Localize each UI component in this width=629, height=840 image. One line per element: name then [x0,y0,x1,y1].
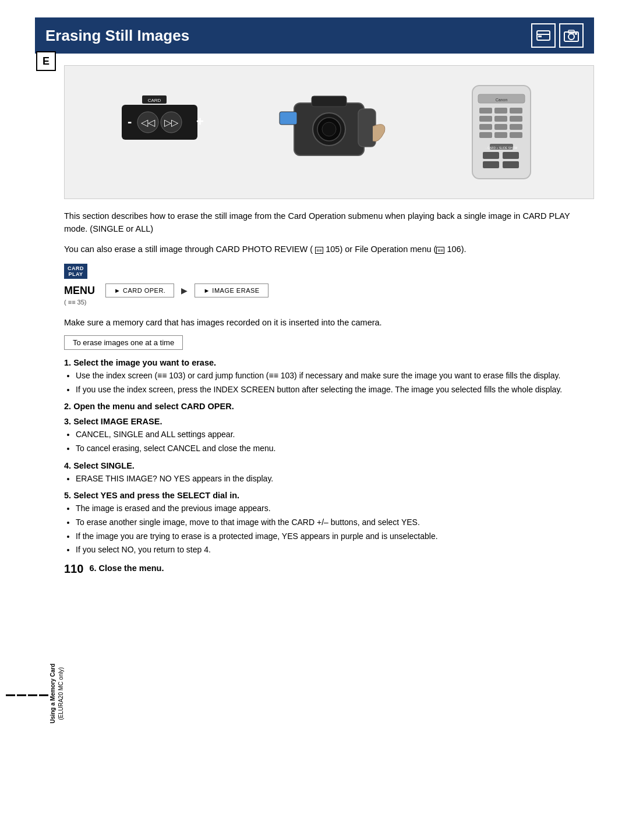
svg-text:▷▷: ▷▷ [164,118,179,127]
step-3: 3. Select IMAGE ERASE. CANCEL, SINGLE an… [64,417,594,455]
svg-text:-: - [128,114,132,129]
card-control-svg: CARD - ◁◁ ▷▷ + [110,94,215,170]
menu-label: MENU [64,285,95,297]
step-5-title: 5. Select YES and press the SELECT dial … [64,491,594,500]
diagram-area: CARD - ◁◁ ▷▷ + [64,65,594,199]
svg-rect-30 [494,116,507,122]
camcorder-svg [271,80,399,185]
list-item: The image is erased and the previous ima… [76,502,594,515]
svg-rect-26 [479,108,492,114]
svg-rect-2 [538,36,542,37]
page-title: Erasing Still Images [45,27,189,45]
e-badge: E [36,51,56,71]
side-line-1 [6,694,15,696]
list-item: CANCEL, SINGLE and ALL settings appear. [76,428,594,441]
svg-rect-28 [510,108,522,114]
book-ref-2: ≡≡ 106 [436,244,461,254]
svg-rect-29 [479,116,492,122]
menu-box-card-oper: ► CARD OPER. [105,283,174,297]
svg-rect-36 [494,132,507,138]
step-3-bullets: CANCEL, SINGLE and ALL settings appear. … [76,428,594,455]
list-item: Use the index screen (≡≡ 103) or card ju… [76,370,594,382]
step-2: 2. Open the menu and select CARD OPER. [64,402,594,411]
side-label: Using a Memory Card (ELURA20 MC only) [6,664,65,724]
svg-rect-41 [503,152,519,159]
svg-text:- CARD +  SLIDE SHOW: - CARD + SLIDE SHOW [486,146,518,150]
svg-rect-31 [510,116,522,122]
side-line-3 [28,694,37,696]
page-number: 110 [64,562,83,576]
step-5: 5. Select YES and press the SELECT dial … [64,491,594,557]
svg-rect-9 [122,105,197,140]
svg-point-19 [322,122,336,136]
side-label-text-2: (ELURA20 MC only) [58,667,65,720]
side-label-lines [6,694,48,696]
svg-rect-34 [510,124,522,130]
list-item: To cancel erasing, select CANCEL and clo… [76,442,594,455]
side-line-2 [17,694,26,696]
svg-text:Canon: Canon [496,98,508,102]
svg-text:◁◁: ◁◁ [141,118,156,127]
menu-box-image-erase: ► IMAGE ERASE [195,283,268,297]
erase-note-box: To erase images one at a time [64,335,183,350]
step-5-bullets: The image is erased and the previous ima… [76,502,594,557]
step-4-title: 4. Select SINGLE. [64,461,594,470]
svg-text:+: + [196,114,204,129]
svg-rect-27 [494,108,507,114]
header-icons [531,23,584,48]
svg-rect-43 [503,161,519,168]
book-ref-1: ≡≡ 105 [313,244,340,254]
svg-rect-22 [280,112,297,125]
camera-icon [563,27,579,44]
body-text-1-content: This section describes how to erase the … [64,211,570,233]
step-1: 1. Select the image you want to erase. U… [64,358,594,396]
svg-text:CARD: CARD [148,98,161,103]
book-icon-1: ≡≡ [315,247,323,254]
side-line-4 [39,694,48,696]
body-text-2: You can also erase a still image through… [64,243,594,256]
card-icon [535,27,552,44]
menu-flow-row: MENU ► CARD OPER. ▶ ► IMAGE ERASE ( ≡≡ 3… [64,283,594,314]
step-3-title: 3. Select IMAGE ERASE. [64,417,594,426]
svg-rect-37 [510,132,522,138]
book-icon-2: ≡≡ [436,247,444,254]
svg-rect-20 [312,96,347,107]
step-1-bullets: Use the index screen (≡≡ 103) or card ju… [76,370,594,396]
list-item: If you select NO, you return to step 4. [76,544,594,557]
step-4: 4. Select SINGLE. ERASE THIS IMAGE? NO Y… [64,461,594,485]
memory-note: Make sure a memory card that has images … [64,316,594,329]
card-play-icon: CARD PLAY [64,264,87,279]
list-item: If you use the index screen, press the I… [76,384,594,396]
svg-rect-32 [479,124,492,130]
step-6: 6. Close the menu. [89,563,164,575]
svg-rect-40 [483,152,499,159]
step-4-bullets: ERASE THIS IMAGE? NO YES appears in the … [76,473,594,485]
menu-sub-ref: ( ≡≡ 35) [64,299,268,306]
body-text-1: This section describes how to erase the … [64,210,594,236]
step-6-title: 6. Close the menu. [89,563,164,573]
step-1-title: 1. Select the image you want to erase. [64,358,594,367]
svg-rect-35 [479,132,492,138]
list-item: ERASE THIS IMAGE? NO YES appears in the … [76,473,594,485]
svg-rect-42 [483,161,499,168]
svg-rect-33 [494,124,507,130]
svg-point-6 [575,33,577,35]
list-item: If the image you are trying to erase is … [76,530,594,543]
list-item: To erase another single image, move to t… [76,516,594,529]
svg-point-4 [568,34,574,40]
card-icon-box [531,23,556,48]
menu-arrow-1: ▶ [181,286,188,295]
page-header: Erasing Still Images [35,17,594,54]
body-text-2-start: You can also erase a still image through… [64,244,313,254]
remote-svg: Canon - CARD + SLIDE SHOW [455,80,548,185]
step-6-row: 110 6. Close the menu. [64,562,594,576]
camera-icon-box [559,23,584,48]
side-label-text-1: Using a Memory Card [50,664,56,724]
steps-section: 1. Select the image you want to erase. U… [64,358,594,576]
card-play-badge: CARD PLAY [64,264,87,279]
step-2-title: 2. Open the menu and select CARD OPER. [64,402,594,411]
